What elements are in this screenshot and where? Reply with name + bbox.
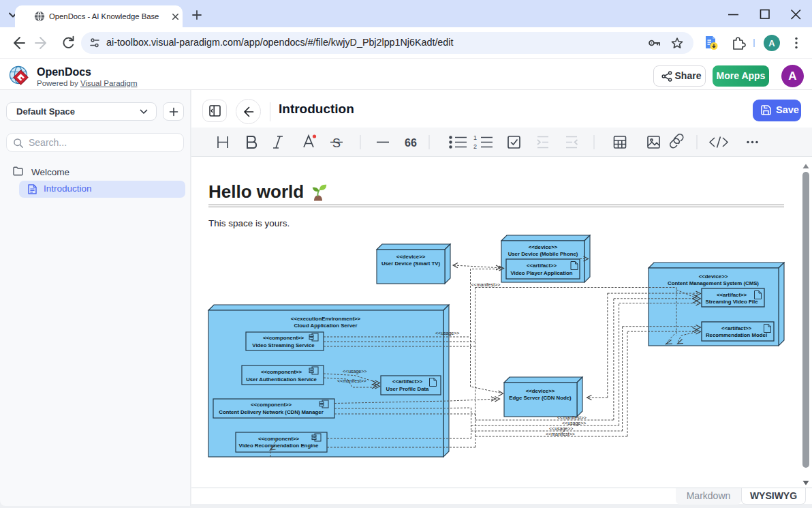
- svg-text:66: 66: [405, 137, 417, 149]
- svg-text:Video Recommendation Engine: Video Recommendation Engine: [239, 443, 319, 449]
- svg-text:<<component>>: <<component>>: [258, 436, 300, 442]
- svg-text:Video Streaming Service: Video Streaming Service: [252, 342, 315, 348]
- svg-text:Edge Server (CDN Node): Edge Server (CDN Node): [509, 395, 572, 401]
- svg-text:A: A: [768, 38, 775, 48]
- svg-text:<<artifact>>: <<artifact>>: [717, 292, 747, 298]
- svg-text:<<artifact>>: <<artifact>>: [527, 263, 557, 269]
- svg-text:<<component>>: <<component>>: [261, 369, 302, 375]
- svg-text:<<usage>>: <<usage>>: [435, 331, 459, 336]
- svg-text:<<component>>: <<component>>: [263, 335, 304, 341]
- svg-text:<<executionEnvironment>>: <<executionEnvironment>>: [291, 316, 361, 322]
- svg-text:<<manifest>>: <<manifest>>: [546, 432, 575, 436]
- svg-text:User Device (Mobile Phone): User Device (Mobile Phone): [508, 251, 578, 257]
- svg-text:<<usage>>: <<usage>>: [343, 369, 366, 374]
- svg-text:2: 2: [473, 143, 477, 150]
- svg-text:Content Delivery Network (CDN): Content Delivery Network (CDN) Manager: [219, 409, 323, 415]
- svg-text:S: S: [332, 136, 341, 150]
- svg-text:Cloud Application Server: Cloud Application Server: [294, 323, 358, 329]
- svg-text:Streaming Video File: Streaming Video File: [706, 299, 759, 305]
- svg-text:Recommendation Model: Recommendation Model: [706, 332, 767, 338]
- svg-text:User Authentication Service: User Authentication Service: [246, 376, 317, 383]
- svg-text:<<device>>: <<device>>: [529, 244, 558, 250]
- svg-text:<<usage>>: <<usage>>: [562, 421, 586, 426]
- svg-text:<<component>>: <<component>>: [251, 402, 292, 408]
- svg-text:<<manifest>>: <<manifest>>: [471, 282, 501, 287]
- svg-text:<<device>>: <<device>>: [526, 388, 555, 394]
- svg-text:User Device (Smart TV): User Device (Smart TV): [381, 260, 441, 267]
- svg-text:<<artifact>>: <<artifact>>: [721, 325, 752, 331]
- svg-text:<<device>>: <<device>>: [396, 254, 426, 260]
- svg-text:<<manifest>>: <<manifest>>: [337, 378, 366, 383]
- svg-text:<<artifact>>: <<artifact>>: [392, 378, 423, 385]
- svg-text:<<device>>: <<device>>: [699, 273, 728, 280]
- svg-text:1: 1: [473, 134, 477, 141]
- svg-text:User Profile Data: User Profile Data: [386, 386, 429, 392]
- svg-text:<<manifest>>: <<manifest>>: [557, 415, 587, 420]
- svg-text:Content Management System (CMS: Content Management System (CMS): [668, 280, 759, 286]
- svg-text:Video Player Application: Video Player Application: [511, 270, 573, 276]
- svg-text:<<usage>>: <<usage>>: [549, 426, 573, 432]
